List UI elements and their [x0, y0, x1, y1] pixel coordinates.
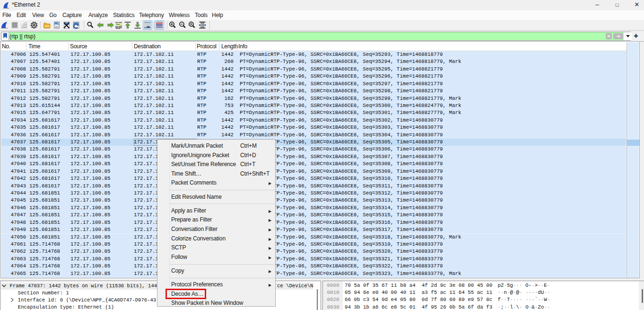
svg-text:010: 010 — [55, 26, 59, 28]
